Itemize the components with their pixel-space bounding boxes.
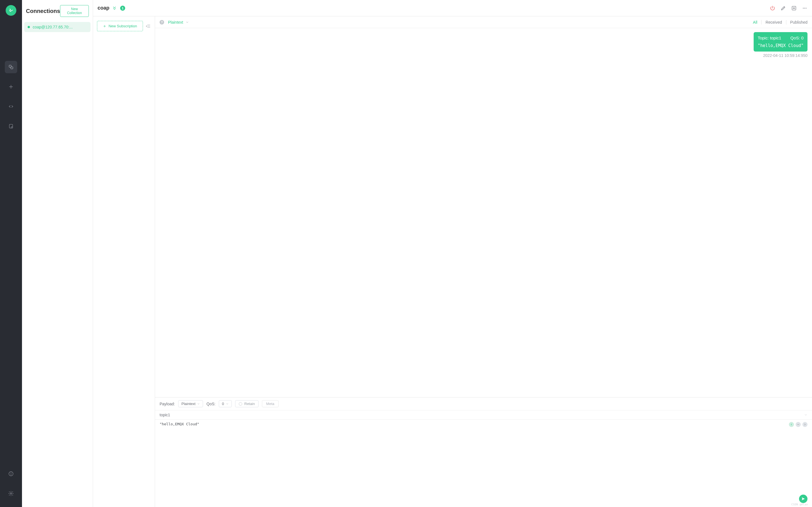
collapse-subscriptions-button[interactable] xyxy=(146,24,151,29)
new-window-icon xyxy=(791,5,797,11)
new-subscription-label: New Subscription xyxy=(109,24,137,28)
connection-item[interactable]: coap@120.77.65.70:... xyxy=(24,22,91,32)
history-nav xyxy=(789,422,808,427)
arrow-left-icon xyxy=(790,423,793,426)
svg-point-6 xyxy=(10,493,12,494)
edit-button[interactable] xyxy=(780,5,786,11)
meta-button[interactable]: Meta xyxy=(262,400,278,407)
chevron-down-icon xyxy=(197,402,200,405)
gear-icon xyxy=(8,491,14,496)
history-next-button[interactable] xyxy=(802,422,808,427)
divider xyxy=(786,20,786,24)
plus-icon xyxy=(8,84,14,90)
retain-label: Retain xyxy=(245,402,255,406)
message-count-badge: 1 xyxy=(120,6,125,11)
connection-name: coap xyxy=(98,5,109,11)
display-format-label: Plaintext xyxy=(168,20,183,24)
radio-icon xyxy=(239,402,242,406)
payload-format-select[interactable]: Plaintext xyxy=(178,400,203,407)
new-subscription-button[interactable]: New Subscription xyxy=(97,21,143,31)
display-format-select[interactable]: Plaintext xyxy=(168,20,189,24)
connections-panel: Connections New Collection coap@120.77.6… xyxy=(22,0,93,507)
message-item: Topic: topic1 QoS: 0 "hello,EMQX Cloud" xyxy=(160,32,808,52)
svg-point-3 xyxy=(11,127,13,128)
qos-label: QoS: xyxy=(206,402,215,406)
nav-connections[interactable] xyxy=(5,61,17,73)
watermark: CSDN @Alan xyxy=(792,503,808,506)
qos-value: 0 xyxy=(222,402,224,406)
main-header: coap 1 xyxy=(93,0,812,16)
message-qos: QoS: 0 xyxy=(790,36,804,40)
minus-icon xyxy=(797,423,800,426)
payload-format-value: Plaintext xyxy=(181,402,195,406)
connection-item-label: coap@120.77.65.70:... xyxy=(33,25,73,29)
filter-all[interactable]: All xyxy=(753,20,758,24)
nav-rail xyxy=(0,0,22,507)
message-body: "hello,EMQX Cloud" xyxy=(758,43,804,48)
topic-input[interactable]: topic1 xyxy=(155,410,812,420)
qos-select[interactable]: 0 xyxy=(219,400,232,407)
nav-logs[interactable] xyxy=(5,120,17,132)
chevron-down-icon xyxy=(226,402,229,405)
topic-value: topic1 xyxy=(160,413,170,417)
filter-published[interactable]: Published xyxy=(790,20,808,24)
messages-area: Topic: topic1 QoS: 0 "hello,EMQX Cloud" … xyxy=(155,28,812,397)
code-icon xyxy=(8,104,14,109)
connections-title: Connections xyxy=(26,8,60,14)
svg-point-5 xyxy=(11,473,11,473)
arrow-right-icon xyxy=(804,423,806,426)
power-icon xyxy=(770,5,775,11)
edit-icon xyxy=(780,5,786,11)
send-button[interactable] xyxy=(799,495,808,503)
plus-icon xyxy=(103,24,106,28)
history-reset-button[interactable] xyxy=(796,422,801,427)
subscriptions-panel: New Subscription xyxy=(93,16,155,507)
nav-settings[interactable] xyxy=(5,487,17,500)
more-button[interactable] xyxy=(802,5,808,11)
message-timestamp: 2022-04-11 10:59:14:950 xyxy=(160,53,808,58)
svg-point-8 xyxy=(803,8,804,8)
help-badge[interactable]: ? xyxy=(160,20,164,24)
message-toolbar: ? Plaintext All Received Published xyxy=(155,16,812,28)
filter-received[interactable]: Received xyxy=(765,20,782,24)
disconnect-button[interactable] xyxy=(770,5,775,11)
more-icon xyxy=(802,5,808,11)
payload-editor[interactable]: "hello,EMQX Cloud" xyxy=(155,420,812,507)
logo-icon xyxy=(8,8,14,13)
payload-value: "hello,EMQX Cloud" xyxy=(160,422,808,426)
connection-status-dot xyxy=(28,26,30,28)
new-window-button[interactable] xyxy=(791,5,797,11)
svg-point-10 xyxy=(806,8,807,8)
chevron-down-icon xyxy=(804,413,808,416)
info-icon xyxy=(8,471,14,476)
nav-scripts[interactable] xyxy=(5,100,17,113)
retain-checkbox[interactable]: Retain xyxy=(235,400,259,407)
collapse-icon xyxy=(146,24,151,29)
history-prev-button[interactable] xyxy=(789,422,794,427)
svg-point-9 xyxy=(804,8,805,8)
chevron-down-icon xyxy=(186,20,189,24)
nav-about[interactable] xyxy=(5,467,17,480)
new-collection-button[interactable]: New Collection xyxy=(60,5,89,17)
main-column: ? Plaintext All Received Published xyxy=(155,0,812,507)
connections-icon xyxy=(8,64,14,70)
app-logo xyxy=(6,5,16,16)
send-icon xyxy=(801,497,806,501)
expand-all-icon[interactable] xyxy=(112,6,117,10)
message-topic: Topic: topic1 xyxy=(758,36,781,40)
divider xyxy=(761,20,762,24)
publish-options-bar: Payload: Plaintext QoS: 0 Retain Meta xyxy=(155,397,812,410)
payload-label: Payload: xyxy=(160,402,175,406)
nav-new[interactable] xyxy=(5,80,17,93)
log-icon xyxy=(8,123,14,129)
